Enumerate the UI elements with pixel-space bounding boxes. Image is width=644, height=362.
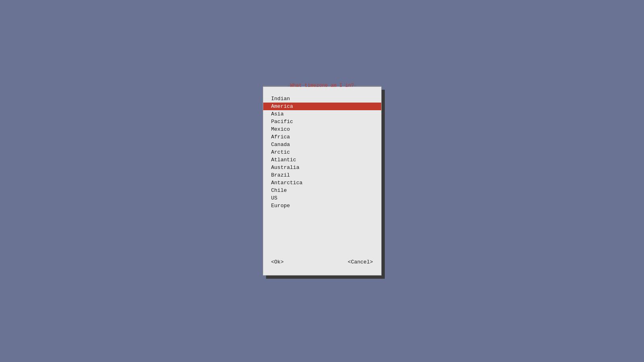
list-item[interactable]: Pacific [263, 118, 381, 125]
list-item[interactable]: America [263, 103, 381, 110]
dialog-container: What timezone am I in? IndianAmericaAsia… [263, 86, 382, 276]
title-bar: What timezone am I in? [263, 83, 381, 88]
list-item[interactable]: Africa [263, 133, 381, 141]
ok-button[interactable]: <Ok> [271, 259, 284, 265]
list-item[interactable]: Asia [263, 110, 381, 118]
list-item[interactable]: US [263, 194, 381, 202]
list-item[interactable]: Australia [263, 164, 381, 171]
dialog-body: IndianAmericaAsiaPacificMexicoAfricaCana… [263, 91, 381, 275]
list-item[interactable]: Mexico [263, 125, 381, 133]
list-item[interactable]: Brazil [263, 171, 381, 179]
list-item[interactable]: Indian [263, 95, 381, 103]
list-item[interactable]: Canada [263, 141, 381, 148]
title-line-left [263, 86, 288, 86]
cancel-button[interactable]: <Cancel> [348, 259, 373, 265]
list-item[interactable]: Arctic [263, 148, 381, 156]
list-item[interactable]: Chile [263, 187, 381, 194]
title-line-right [356, 86, 381, 86]
dialog-title: What timezone am I in? [288, 83, 356, 88]
list-item[interactable]: Europe [263, 202, 381, 210]
timezone-list: IndianAmericaAsiaPacificMexicoAfricaCana… [263, 95, 381, 253]
timezone-dialog: What timezone am I in? IndianAmericaAsia… [263, 86, 382, 276]
list-item[interactable]: Atlantic [263, 156, 381, 164]
list-item[interactable]: Antarctica [263, 179, 381, 187]
dialog-footer: <Ok> <Cancel> [263, 253, 381, 271]
